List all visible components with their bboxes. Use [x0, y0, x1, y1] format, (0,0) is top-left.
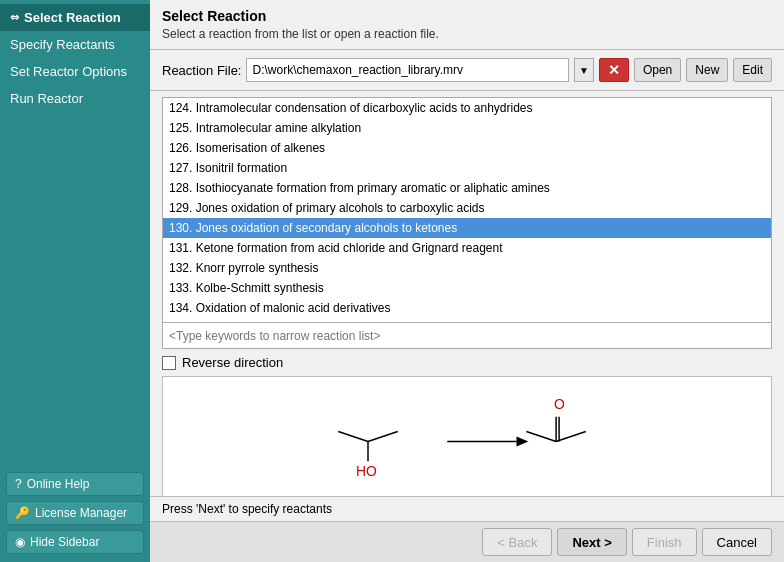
status-bar: Press 'Next' to specify reactants: [150, 496, 784, 521]
hide-sidebar-button[interactable]: ◉Hide Sidebar: [6, 530, 144, 554]
reverse-direction-label: Reverse direction: [182, 355, 283, 370]
reverse-direction-checkbox[interactable]: [162, 356, 176, 370]
svg-line-9: [526, 432, 556, 442]
reaction-item[interactable]: 126. Isomerisation of alkenes: [163, 138, 771, 158]
sidebar-arrow-icon: ⇔: [10, 11, 19, 24]
keyword-search-input[interactable]: [162, 323, 772, 349]
sidebar-item-label: Specify Reactants: [10, 37, 115, 52]
reaction-list[interactable]: 124. Intramolecular condensation of dica…: [162, 97, 772, 323]
reaction-diagram: HO O: [173, 387, 761, 486]
open-file-button[interactable]: Open: [634, 58, 681, 82]
reaction-file-row: Reaction File: ▼ ✕ Open New Edit: [150, 50, 784, 91]
reaction-item[interactable]: 131. Ketone formation from acid chloride…: [163, 238, 771, 258]
cancel-button[interactable]: Cancel: [702, 528, 772, 556]
reaction-item[interactable]: 133. Kolbe-Schmitt synthesis: [163, 278, 771, 298]
dropdown-arrow[interactable]: ▼: [574, 58, 594, 82]
sidebar-nav: ⇔Select ReactionSpecify ReactantsSet Rea…: [0, 0, 150, 464]
license-manager-icon: 🔑: [15, 506, 30, 520]
sidebar: ⇔Select ReactionSpecify ReactantsSet Rea…: [0, 0, 150, 562]
edit-file-button[interactable]: Edit: [733, 58, 772, 82]
clear-file-button[interactable]: ✕: [599, 58, 629, 82]
svg-line-6: [556, 432, 586, 442]
online-help-label: Online Help: [27, 477, 90, 491]
reaction-item[interactable]: 125. Intramolecular amine alkylation: [163, 118, 771, 138]
svg-text:O: O: [554, 396, 565, 412]
reaction-item[interactable]: 128. Isothiocyanate formation from prima…: [163, 178, 771, 198]
svg-line-0: [368, 432, 398, 442]
sidebar-bottom: ?Online Help🔑License Manager◉Hide Sideba…: [0, 464, 150, 562]
reaction-item[interactable]: 134. Oxidation of malonic acid derivativ…: [163, 298, 771, 318]
panel-description: Select a reaction from the list or open …: [162, 27, 772, 41]
hide-sidebar-icon: ◉: [15, 535, 25, 549]
reaction-item[interactable]: 132. Knorr pyrrole synthesis: [163, 258, 771, 278]
footer: < Back Next > Finish Cancel: [150, 521, 784, 562]
status-message: Press 'Next' to specify reactants: [162, 502, 332, 516]
sidebar-item-select-reaction[interactable]: ⇔Select Reaction: [0, 4, 150, 31]
reaction-file-input[interactable]: [246, 58, 568, 82]
new-file-button[interactable]: New: [686, 58, 728, 82]
hide-sidebar-label: Hide Sidebar: [30, 535, 99, 549]
svg-line-2: [338, 432, 368, 442]
next-button[interactable]: Next >: [557, 528, 626, 556]
sidebar-item-set-reactor-options[interactable]: Set Reactor Options: [0, 58, 150, 85]
svg-marker-5: [517, 437, 529, 447]
finish-button[interactable]: Finish: [632, 528, 697, 556]
reaction-item[interactable]: 135. Meerwein-Ponndorf-Verley reduction: [163, 318, 771, 323]
reaction-item[interactable]: 124. Intramolecular condensation of dica…: [163, 98, 771, 118]
license-manager-button[interactable]: 🔑License Manager: [6, 501, 144, 525]
panel-title: Select Reaction: [162, 8, 772, 24]
reaction-item[interactable]: 129. Jones oxidation of primary alcohols…: [163, 198, 771, 218]
reaction-preview: HO O: [162, 376, 772, 496]
reaction-file-label: Reaction File:: [162, 63, 241, 78]
reaction-item[interactable]: 127. Isonitril formation: [163, 158, 771, 178]
online-help-button[interactable]: ?Online Help: [6, 472, 144, 496]
panel-header: Select Reaction Select a reaction from t…: [150, 0, 784, 50]
sidebar-item-label: Select Reaction: [24, 10, 121, 25]
online-help-icon: ?: [15, 477, 22, 491]
sidebar-item-label: Run Reactor: [10, 91, 83, 106]
sidebar-item-label: Set Reactor Options: [10, 64, 127, 79]
reverse-direction-row: Reverse direction: [162, 349, 772, 376]
sidebar-item-run-reactor[interactable]: Run Reactor: [0, 85, 150, 112]
reaction-list-container: 124. Intramolecular condensation of dica…: [150, 91, 784, 376]
reaction-item[interactable]: 130. Jones oxidation of secondary alcoho…: [163, 218, 771, 238]
svg-text:HO: HO: [356, 463, 377, 479]
main-panel: Select Reaction Select a reaction from t…: [150, 0, 784, 562]
sidebar-item-specify-reactants[interactable]: Specify Reactants: [0, 31, 150, 58]
license-manager-label: License Manager: [35, 506, 127, 520]
back-button[interactable]: < Back: [482, 528, 552, 556]
